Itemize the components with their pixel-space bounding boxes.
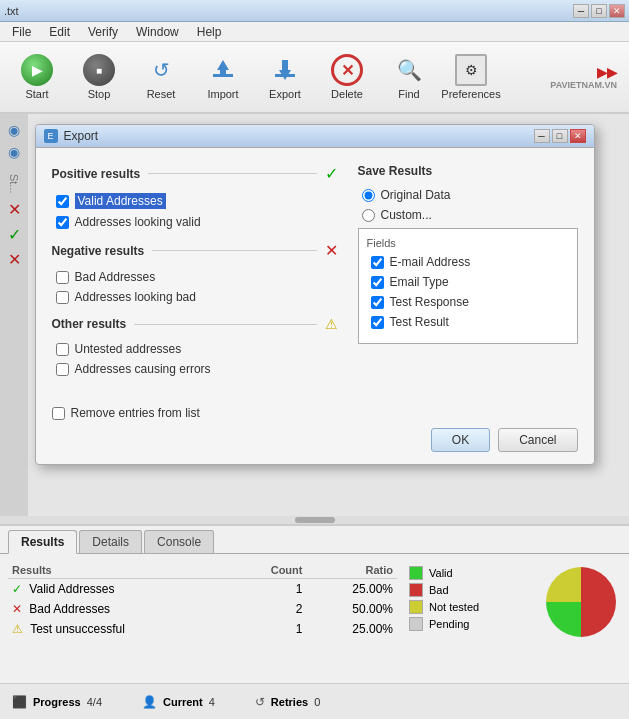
start-button[interactable]: ▶ Start (8, 47, 66, 107)
pie-chart (541, 562, 621, 642)
unsuccessful-ratio: 25.00% (306, 619, 397, 639)
import-button[interactable]: Import (194, 47, 252, 107)
valid-addresses-checkbox[interactable] (56, 195, 69, 208)
dialog-content: Positive results ✓ Valid Addresses Addre… (36, 148, 594, 398)
delete-button[interactable]: ✕ Delete (318, 47, 376, 107)
results-table-wrap: Results Count Ratio ✓ Valid Addresses 1 (8, 562, 397, 675)
legend-not-tested-label: Not tested (429, 601, 479, 613)
col-ratio: Ratio (306, 562, 397, 579)
dialog-right-column: Save Results Original Data Custom... (358, 164, 578, 382)
bad-label: Bad Addresses (29, 602, 110, 616)
results-area: Results Count Ratio ✓ Valid Addresses 1 (0, 554, 629, 683)
addresses-looking-valid-label: Addresses looking valid (75, 215, 201, 229)
find-button[interactable]: 🔍 Find (380, 47, 438, 107)
untested-addresses-checkbox[interactable] (56, 343, 69, 356)
menu-edit[interactable]: Edit (41, 23, 78, 41)
export-button[interactable]: Export (256, 47, 314, 107)
addresses-causing-errors-label: Addresses causing errors (75, 362, 211, 376)
dialog-title: Export (64, 129, 99, 143)
preferences-icon: ⚙ (455, 54, 487, 86)
custom-radio[interactable] (362, 209, 375, 222)
tabs-bar: Results Details Console (0, 526, 629, 554)
remove-entries-row: Remove entries from list (52, 406, 578, 420)
test-response-checkbox[interactable] (371, 296, 384, 309)
start-label: Start (25, 88, 48, 100)
find-label: Find (398, 88, 419, 100)
other-results-header: Other results ⚠ (52, 316, 338, 334)
original-data-label: Original Data (381, 188, 451, 202)
export-label: Export (269, 88, 301, 100)
positive-check-icon: ✓ (325, 164, 338, 183)
tab-details[interactable]: Details (79, 530, 142, 553)
pie-not-tested (546, 567, 581, 602)
addresses-looking-valid-row: Addresses looking valid (56, 215, 338, 229)
test-response-row: Test Response (371, 295, 569, 309)
email-type-checkbox[interactable] (371, 276, 384, 289)
remove-entries-label: Remove entries from list (71, 406, 200, 420)
untested-addresses-row: Untested addresses (56, 342, 338, 356)
close-button[interactable]: ✕ (609, 4, 625, 18)
email-address-checkbox[interactable] (371, 256, 384, 269)
import-label: Import (207, 88, 238, 100)
dialog-controls: ─ □ ✕ (534, 129, 586, 143)
addresses-causing-errors-checkbox[interactable] (56, 363, 69, 376)
negative-results-title: Negative results (52, 244, 145, 258)
valid-icon: ✓ (12, 582, 22, 596)
tab-results[interactable]: Results (8, 530, 77, 554)
email-address-label: E-mail Address (390, 255, 471, 269)
table-row: ✕ Bad Addresses 2 50.00% (8, 599, 397, 619)
other-divider (134, 324, 316, 325)
untested-addresses-label: Untested addresses (75, 342, 182, 356)
scroll-thumb[interactable] (295, 517, 335, 523)
test-result-checkbox[interactable] (371, 316, 384, 329)
bad-ratio: 50.00% (306, 599, 397, 619)
dialog-close[interactable]: ✕ (570, 129, 586, 143)
legend-valid-color (409, 566, 423, 580)
unsuccessful-count: 1 (233, 619, 307, 639)
valid-addresses-label: Valid Addresses (75, 193, 166, 209)
menu-file[interactable]: File (4, 23, 39, 41)
original-data-radio[interactable] (362, 189, 375, 202)
tab-console[interactable]: Console (144, 530, 214, 553)
menu-window[interactable]: Window (128, 23, 187, 41)
brand-text: PAVIETNAM.VN (550, 80, 617, 90)
title-bar-left: .txt (4, 5, 19, 17)
title-bar: .txt ─ □ ✕ (0, 0, 629, 22)
reset-button[interactable]: ↺ Reset (132, 47, 190, 107)
bad-icon: ✕ (12, 602, 22, 616)
custom-label: Custom... (381, 208, 432, 222)
save-results-header: Save Results (358, 164, 578, 180)
stop-button[interactable]: ■ Stop (70, 47, 128, 107)
preferences-label: Preferences (441, 88, 500, 100)
dialog-left-column: Positive results ✓ Valid Addresses Addre… (52, 164, 338, 382)
negative-results-header: Negative results ✕ (52, 241, 338, 262)
minimize-button[interactable]: ─ (573, 4, 589, 18)
menu-verify[interactable]: Verify (80, 23, 126, 41)
dialog-minimize[interactable]: ─ (534, 129, 550, 143)
current-label: Current (163, 696, 203, 708)
menu-help[interactable]: Help (189, 23, 230, 41)
dialog-action-buttons: OK Cancel (52, 428, 578, 452)
addresses-looking-bad-checkbox[interactable] (56, 291, 69, 304)
bad-addresses-checkbox[interactable] (56, 271, 69, 284)
test-response-label: Test Response (390, 295, 469, 309)
ok-button[interactable]: OK (431, 428, 490, 452)
remove-entries-checkbox[interactable] (52, 407, 65, 420)
result-unsuccessful: ⚠ Test unsuccessful (8, 619, 233, 639)
menu-bar: File Edit Verify Window Help (0, 22, 629, 42)
other-warn-icon: ⚠ (325, 316, 338, 332)
preferences-button[interactable]: ⚙ Preferences (442, 47, 500, 107)
results-table: Results Count Ratio ✓ Valid Addresses 1 (8, 562, 397, 639)
reset-icon: ↺ (145, 54, 177, 86)
warn-icon: ⚠ (12, 622, 23, 636)
dialog-maximize[interactable]: □ (552, 129, 568, 143)
brand-logo: ▶▶ PAVIETNAM.VN (550, 65, 621, 90)
addresses-looking-bad-row: Addresses looking bad (56, 290, 338, 304)
svg-marker-1 (217, 60, 229, 74)
valid-ratio: 25.00% (306, 579, 397, 600)
cancel-button[interactable]: Cancel (498, 428, 577, 452)
col-count: Count (233, 562, 307, 579)
addresses-looking-valid-checkbox[interactable] (56, 216, 69, 229)
maximize-button[interactable]: □ (591, 4, 607, 18)
export-dialog: E Export ─ □ ✕ Positive res (35, 124, 595, 465)
